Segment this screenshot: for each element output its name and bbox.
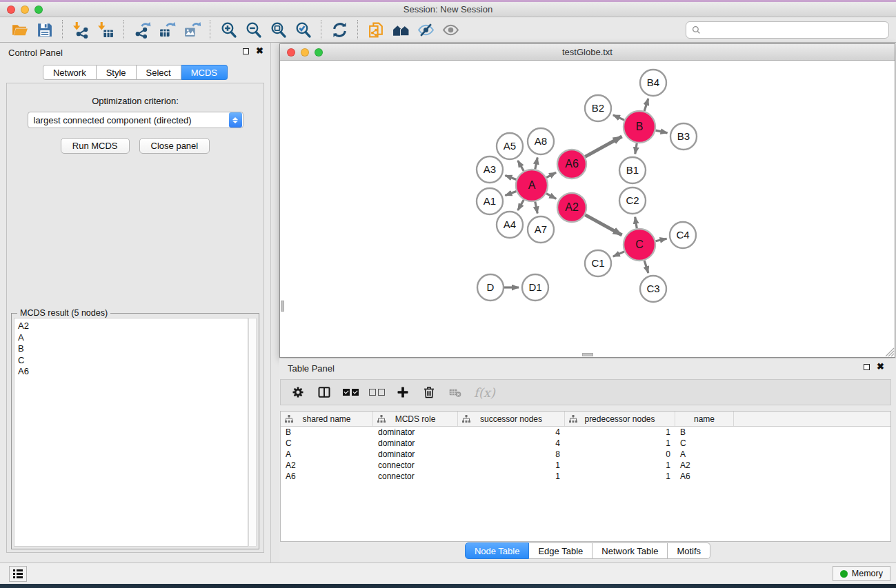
add-column-button[interactable] xyxy=(392,382,413,403)
network-window-titlebar[interactable]: testGlobe.txt xyxy=(280,44,895,61)
cell-predecessor-nodes[interactable]: 0 xyxy=(565,449,675,460)
export-image-button[interactable] xyxy=(179,19,204,41)
delete-table-button[interactable] xyxy=(445,382,466,403)
cell-mcds-role[interactable]: connector xyxy=(373,471,458,482)
edge-A-A2[interactable] xyxy=(546,194,556,199)
list-item[interactable]: A xyxy=(18,332,248,344)
function-builder-button[interactable]: f(x) xyxy=(471,385,498,400)
column-header-predecessor-nodes[interactable]: predecessor nodes xyxy=(565,412,675,426)
tab-network-table[interactable]: Network Table xyxy=(593,543,668,559)
show-all-button[interactable] xyxy=(438,19,463,41)
cell-name[interactable]: A6 xyxy=(675,471,734,482)
float-panel-icon[interactable] xyxy=(864,364,870,370)
cell-mcds-role[interactable]: dominator xyxy=(373,438,458,449)
edge-A-A5[interactable] xyxy=(518,161,524,171)
cell-predecessor-nodes[interactable]: 1 xyxy=(565,427,675,438)
task-history-button[interactable] xyxy=(9,566,27,582)
run-mcds-button[interactable]: Run MCDS xyxy=(61,138,130,154)
cell-predecessor-nodes[interactable]: 1 xyxy=(565,471,675,482)
cell-successor-nodes[interactable]: 1 xyxy=(458,471,565,482)
cell-shared-name[interactable]: A6 xyxy=(281,471,373,482)
zoom-out-button[interactable] xyxy=(241,19,266,41)
select-all-button[interactable] xyxy=(340,382,361,403)
edge-A-A4[interactable] xyxy=(518,200,524,210)
cell-shared-name[interactable]: A xyxy=(281,449,373,460)
list-item[interactable]: A2 xyxy=(18,321,248,332)
edge-A-A1[interactable] xyxy=(505,191,516,195)
first-neighbors-button[interactable] xyxy=(388,19,413,41)
refresh-layout-button[interactable] xyxy=(327,19,352,41)
edge-B-B3[interactable] xyxy=(655,130,667,133)
resize-grip[interactable] xyxy=(885,347,895,357)
edge-C-C4[interactable] xyxy=(655,239,666,241)
close-panel-button[interactable]: Close panel xyxy=(139,138,210,154)
zoom-selected-button[interactable] xyxy=(290,19,315,41)
network-canvas[interactable]: B4B2BB3A5A8A6B1A3AC2A1A2A4A7C4CC1C3DD1 xyxy=(280,61,895,357)
cell-mcds-role[interactable]: dominator xyxy=(373,449,458,460)
clone-network-button[interactable] xyxy=(364,19,388,41)
edge-B-B2[interactable] xyxy=(613,115,624,120)
tab-motifs[interactable]: Motifs xyxy=(668,543,710,559)
vertical-scrollbar-thumb[interactable] xyxy=(281,301,284,312)
split-pane-button[interactable] xyxy=(314,382,335,403)
tab-select[interactable]: Select xyxy=(137,65,181,80)
deselect-all-button[interactable] xyxy=(366,382,387,403)
table-row[interactable]: C dominator 4 1 C xyxy=(281,438,890,449)
list-item[interactable]: A6 xyxy=(18,366,248,378)
column-header-shared-name[interactable]: shared name xyxy=(281,412,373,426)
table-settings-button[interactable] xyxy=(288,382,308,403)
list-scrollbar[interactable] xyxy=(248,318,257,547)
tab-mcds[interactable]: MCDS xyxy=(181,65,228,80)
table-row[interactable]: A2 connector 1 1 A2 xyxy=(281,460,890,471)
column-header-mcds-role[interactable]: MCDS role xyxy=(373,412,458,426)
table-row[interactable]: B dominator 4 1 B xyxy=(281,427,890,438)
import-network-button[interactable] xyxy=(68,19,93,41)
cell-successor-nodes[interactable]: 4 xyxy=(458,427,565,438)
edge-C-C1[interactable] xyxy=(613,252,624,256)
table-row[interactable]: A6 connector 1 1 A6 xyxy=(281,471,890,482)
horizontal-scrollbar-thumb[interactable] xyxy=(582,353,593,356)
float-panel-icon[interactable] xyxy=(243,48,249,54)
zoom-in-button[interactable] xyxy=(216,19,241,41)
cell-successor-nodes[interactable]: 1 xyxy=(458,460,565,471)
import-table-button[interactable] xyxy=(93,19,118,41)
column-header-name[interactable]: name xyxy=(675,412,734,426)
optimization-select[interactable]: largest connected component (directed) xyxy=(28,112,243,128)
delete-column-button[interactable] xyxy=(419,382,439,403)
export-network-button[interactable] xyxy=(130,19,155,41)
list-item[interactable]: C xyxy=(18,355,248,367)
edge-A6-B[interactable] xyxy=(585,136,621,156)
cell-shared-name[interactable]: B xyxy=(281,427,373,438)
tab-edge-table[interactable]: Edge Table xyxy=(529,543,593,559)
close-panel-icon[interactable]: ✖ xyxy=(877,363,884,370)
cell-mcds-role[interactable]: dominator xyxy=(373,427,458,438)
column-header-successor-nodes[interactable]: successor nodes xyxy=(458,412,565,426)
edge-C-C2[interactable] xyxy=(635,217,637,229)
close-panel-icon[interactable]: ✖ xyxy=(256,48,263,54)
edge-B-B1[interactable] xyxy=(635,143,637,154)
cell-name[interactable]: C xyxy=(675,438,734,449)
edge-A-A7[interactable] xyxy=(535,202,537,214)
cell-successor-nodes[interactable]: 4 xyxy=(458,438,565,449)
cell-predecessor-nodes[interactable]: 1 xyxy=(565,438,675,449)
edge-B-B4[interactable] xyxy=(644,99,648,111)
list-item[interactable]: B xyxy=(18,343,248,355)
tab-network[interactable]: Network xyxy=(43,65,97,80)
zoom-fit-button[interactable] xyxy=(266,19,290,41)
cell-name[interactable]: A2 xyxy=(675,460,734,471)
cell-shared-name[interactable]: A2 xyxy=(281,460,373,471)
cell-mcds-role[interactable]: connector xyxy=(373,460,458,471)
open-file-button[interactable] xyxy=(7,19,32,41)
tab-node-table[interactable]: Node Table xyxy=(465,543,530,559)
edge-A-A3[interactable] xyxy=(505,175,516,179)
save-session-button[interactable] xyxy=(32,19,57,41)
cell-successor-nodes[interactable]: 8 xyxy=(458,449,565,460)
edge-C-C3[interactable] xyxy=(644,261,648,273)
cell-shared-name[interactable]: C xyxy=(281,438,373,449)
hide-selected-button[interactable] xyxy=(413,19,438,41)
mcds-result-list[interactable]: A2 A B C A6 xyxy=(14,318,248,547)
cell-predecessor-nodes[interactable]: 1 xyxy=(565,460,675,471)
table-row[interactable]: A dominator 8 0 A xyxy=(281,449,890,460)
cell-name[interactable]: B xyxy=(675,427,734,438)
edge-A-A6[interactable] xyxy=(546,172,556,177)
